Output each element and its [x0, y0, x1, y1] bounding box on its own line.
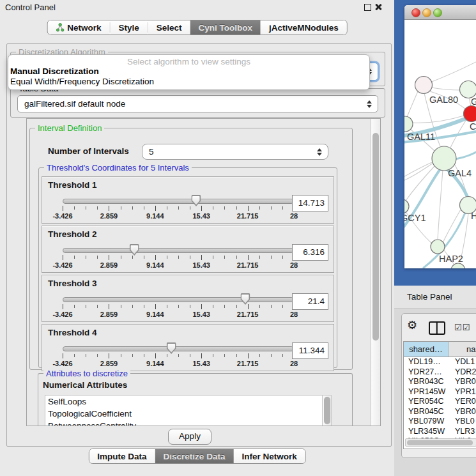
algorithm-option-manual[interactable]: Manual Discretization	[8, 66, 369, 77]
scrollbar-thumb[interactable]	[372, 133, 379, 341]
thresholds-group: Threshold's Coordinates for 5 Intervals …	[38, 167, 337, 368]
slider-track[interactable]	[63, 346, 294, 351]
zoom-traffic-light-icon[interactable]	[433, 8, 442, 17]
table-row[interactable]: YBL079WYBL0	[404, 417, 476, 427]
table-row[interactable]: YDL19…YDL1	[404, 357, 476, 367]
table-row[interactable]: YDR27…YDR2	[404, 367, 476, 378]
attributes-group: Attributes to discretize Numerical Attri…	[38, 373, 353, 426]
slider-track[interactable]	[63, 199, 294, 204]
network-view-frame: GAL80 G C GAL11 GAL4 GCY1 H HAP2	[394, 0, 476, 286]
attribute-list-item[interactable]: SelfLoops	[45, 395, 322, 408]
tab-cyni-toolbox[interactable]: Cyni Toolbox	[190, 20, 261, 35]
threshold-value-box[interactable]: 14.713	[292, 195, 328, 211]
threshold-slider[interactable]: -3.4262.8599.14415.4321.71528	[63, 295, 294, 319]
network-node-label: C	[470, 121, 476, 132]
numerical-attributes-list[interactable]: SelfLoopsTopologicalCoefficientBetweenne…	[45, 395, 323, 426]
tab-discretize-data[interactable]: Discretize Data	[155, 449, 234, 463]
numerical-attributes-label: Numerical Attributes	[43, 380, 127, 390]
scrollbar-thumb[interactable]	[407, 440, 473, 445]
table-header-row: shared… na	[404, 342, 476, 357]
network-node	[432, 146, 456, 171]
network-node	[460, 81, 476, 98]
table-row[interactable]: YBR045CYBR0	[404, 407, 476, 417]
settings-vertical-scrollbar[interactable]	[371, 119, 380, 426]
column-header-shared-name[interactable]: shared…	[404, 342, 449, 357]
threshold-value-box[interactable]: 6.316	[292, 244, 328, 261]
tab-label: Discretize Data	[164, 452, 226, 461]
attributes-list-scrollbar[interactable]	[322, 395, 332, 426]
tab-network[interactable]: Network	[47, 20, 109, 35]
scrollbar-thumb[interactable]	[324, 397, 330, 424]
table-row[interactable]: YPR145WYPR1	[404, 387, 476, 397]
table-row[interactable]: YBR043CYBR0	[404, 377, 476, 387]
slider-track[interactable]	[63, 248, 294, 253]
table-data-combobox[interactable]: galFiltered.sif default node	[17, 95, 378, 112]
tab-label: Select	[157, 23, 182, 33]
checkbox-icons[interactable]: ☑☑	[454, 323, 470, 332]
combo-arrows-icon	[364, 100, 375, 108]
minimize-traffic-light-icon[interactable]	[422, 8, 431, 17]
tab-select[interactable]: Select	[148, 20, 190, 35]
threshold-panel-4: Threshold 4 -3.4262.8599.14415.4321.7152…	[42, 324, 334, 371]
algorithm-dropdown-popup: Select algorithm to view settings Manual…	[8, 54, 370, 90]
number-of-intervals-value: 5	[142, 147, 314, 157]
table-horizontal-scrollbar[interactable]	[405, 438, 476, 447]
number-of-intervals-spinner[interactable]: 5	[142, 144, 328, 160]
network-node-label: HAP2	[439, 254, 463, 264]
threshold-slider[interactable]: -3.4262.8599.14415.4321.71528	[63, 245, 294, 270]
tab-label: Style	[118, 23, 139, 33]
network-canvas[interactable]: GAL80 G C GAL11 GAL4 GCY1 H HAP2	[404, 20, 476, 268]
close-traffic-light-icon[interactable]	[411, 8, 420, 17]
cyni-toolbox-panel: Discretization Algorithm Table Data galF…	[6, 43, 392, 447]
tab-infer-network[interactable]: Infer Network	[233, 449, 305, 463]
slider-ticks	[63, 353, 294, 359]
group-title: Attributes to discretize	[43, 369, 130, 378]
network-node	[404, 116, 413, 132]
slider-ticks	[63, 303, 294, 310]
threshold-value-box[interactable]: 21.4	[292, 293, 328, 310]
attribute-list-item[interactable]: TopologicalCoefficient	[45, 408, 322, 420]
group-title: Threshold's Coordinates for 5 Intervals	[44, 163, 192, 173]
right-panel: GAL80 G C GAL11 GAL4 GCY1 H HAP2 Table P…	[394, 0, 476, 476]
apply-button[interactable]: Apply	[168, 429, 211, 445]
tab-style[interactable]: Style	[110, 20, 147, 35]
threshold-value-box[interactable]: 11.344	[292, 342, 328, 359]
network-node-label: GCY1	[404, 213, 426, 223]
threshold-label: Threshold 4	[48, 328, 97, 337]
table-panel-header: Table Panel	[394, 286, 476, 309]
threshold-label: Threshold 3	[48, 279, 97, 288]
network-node-label: GAL4	[448, 168, 472, 178]
network-node	[415, 77, 433, 94]
slider-tick-labels: -3.4262.8599.14415.4321.71528	[63, 212, 294, 220]
threshold-slider[interactable]: -3.4262.8599.14415.4321.71528	[63, 196, 294, 220]
algorithm-option-equal-width[interactable]: Equal Width/Frequency Discretization	[8, 77, 369, 87]
tab-jactivemnodules[interactable]: jActiveMNodules	[261, 20, 347, 35]
spinner-arrows-icon[interactable]	[314, 148, 325, 156]
number-of-intervals-label: Number of Intervals	[48, 146, 129, 156]
close-icon[interactable]	[374, 3, 381, 10]
panel-title: Control Panel	[5, 3, 56, 12]
control-panel: Control Panel Network Style Select Cyni …	[0, 0, 395, 476]
network-view-window[interactable]: GAL80 G C GAL11 GAL4 GCY1 H HAP2	[404, 5, 476, 268]
threshold-panel-2: Threshold 2 -3.4262.8599.14415.4321.7152…	[42, 226, 334, 273]
table-row[interactable]: YER054CYER0	[404, 397, 476, 407]
attribute-list-item[interactable]: BetweennessCentrality	[45, 420, 322, 426]
control-panel-titlebar: Control Panel	[0, 0, 394, 14]
settings-scrollpane: Interval Definition Number of Intervals …	[26, 118, 381, 426]
gear-icon[interactable]: ⚙	[407, 318, 417, 332]
column-header-name[interactable]: na	[449, 342, 476, 357]
slider-ticks	[63, 254, 294, 261]
tab-impute-data[interactable]: Impute Data	[89, 449, 155, 463]
table-row[interactable]: YLR345WYLR3	[404, 427, 476, 437]
threshold-label: Threshold 2	[48, 229, 97, 239]
node-attribute-table[interactable]: shared… na YDL19…YDL1YDR27…YDR2YBR043CYB…	[403, 341, 476, 449]
slider-track[interactable]	[63, 297, 294, 302]
columns-icon[interactable]	[429, 321, 445, 335]
threshold-slider[interactable]: -3.4262.8599.14415.4321.71528	[63, 344, 294, 368]
network-node-label: GAL11	[407, 132, 435, 142]
network-node-label: H	[471, 211, 476, 221]
interval-definition-group: Interval Definition Number of Intervals …	[29, 128, 353, 370]
table-data-group: Table Data galFiltered.sif default node	[10, 88, 385, 118]
slider-tick-labels: -3.4262.8599.14415.4321.71528	[63, 360, 294, 367]
float-window-icon[interactable]	[364, 4, 371, 11]
